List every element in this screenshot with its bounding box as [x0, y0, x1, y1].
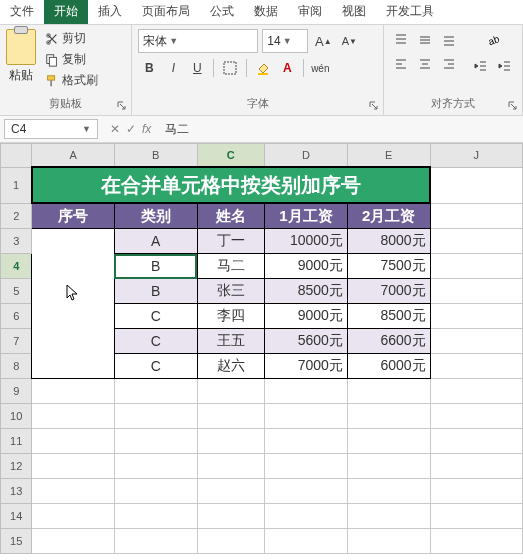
- empty-cell[interactable]: [430, 504, 522, 529]
- align-bottom-button[interactable]: [438, 29, 460, 51]
- empty-cell[interactable]: [265, 479, 348, 504]
- cancel-formula-button[interactable]: ✕: [110, 122, 120, 136]
- underline-button[interactable]: U: [186, 57, 208, 79]
- table-cell[interactable]: 8500元: [347, 304, 430, 329]
- align-right-button[interactable]: [438, 53, 460, 75]
- empty-cell[interactable]: [197, 404, 265, 429]
- empty-cell[interactable]: [197, 429, 265, 454]
- serial-merged-cell[interactable]: [32, 229, 115, 379]
- empty-cell[interactable]: [197, 479, 265, 504]
- table-cell[interactable]: 7500元: [347, 254, 430, 279]
- empty-cell[interactable]: [265, 529, 348, 554]
- empty-cell[interactable]: [347, 404, 430, 429]
- align-top-button[interactable]: [390, 29, 412, 51]
- empty-cell[interactable]: [265, 379, 348, 404]
- table-cell[interactable]: 马二: [197, 254, 265, 279]
- font-dialog-launcher[interactable]: [367, 99, 381, 113]
- row-header[interactable]: 7: [1, 329, 32, 354]
- empty-cell[interactable]: [114, 454, 197, 479]
- row-header[interactable]: 14: [1, 504, 32, 529]
- column-header[interactable]: D: [265, 144, 348, 168]
- bold-button[interactable]: B: [138, 57, 160, 79]
- table-header-cell[interactable]: 序号: [32, 203, 115, 229]
- italic-button[interactable]: I: [162, 57, 184, 79]
- empty-cell[interactable]: [265, 429, 348, 454]
- column-header[interactable]: A: [32, 144, 115, 168]
- row-header[interactable]: 6: [1, 304, 32, 329]
- empty-cell[interactable]: [114, 379, 197, 404]
- empty-cell[interactable]: [114, 404, 197, 429]
- table-cell[interactable]: 10000元: [265, 229, 348, 254]
- table-cell[interactable]: 张三: [197, 279, 265, 304]
- table-cell[interactable]: 李四: [197, 304, 265, 329]
- empty-cell[interactable]: [32, 529, 115, 554]
- tab-view[interactable]: 视图: [332, 0, 376, 24]
- table-cell[interactable]: 王五: [197, 329, 265, 354]
- empty-cell[interactable]: [430, 479, 522, 504]
- table-cell[interactable]: 5600元: [265, 329, 348, 354]
- enter-formula-button[interactable]: ✓: [126, 122, 136, 136]
- table-cell[interactable]: C: [114, 354, 197, 379]
- table-cell[interactable]: 赵六: [197, 354, 265, 379]
- empty-cell[interactable]: [114, 529, 197, 554]
- font-size-select[interactable]: 14▼: [262, 29, 308, 53]
- empty-cell[interactable]: [347, 504, 430, 529]
- row-header[interactable]: 12: [1, 454, 32, 479]
- table-header-cell[interactable]: 1月工资: [265, 203, 348, 229]
- name-box[interactable]: C4▼: [4, 119, 98, 139]
- empty-cell[interactable]: [347, 454, 430, 479]
- table-header-cell[interactable]: 姓名: [197, 203, 265, 229]
- table-cell[interactable]: A: [114, 229, 197, 254]
- empty-cell[interactable]: [197, 529, 265, 554]
- empty-cell[interactable]: [32, 504, 115, 529]
- worksheet[interactable]: ABCDEJ1在合并单元格中按类别加序号2序号类别姓名1月工资2月工资3A丁一1…: [0, 143, 523, 560]
- empty-cell[interactable]: [430, 429, 522, 454]
- tab-layout[interactable]: 页面布局: [132, 0, 200, 24]
- empty-cell[interactable]: [32, 404, 115, 429]
- tab-data[interactable]: 数据: [244, 0, 288, 24]
- empty-cell[interactable]: [32, 454, 115, 479]
- empty-cell[interactable]: [347, 529, 430, 554]
- increase-font-button[interactable]: A▲: [312, 30, 334, 52]
- column-header[interactable]: C: [197, 144, 265, 168]
- orientation-button[interactable]: ab: [470, 29, 516, 51]
- row-header[interactable]: 5: [1, 279, 32, 304]
- font-color-button[interactable]: A: [276, 57, 298, 79]
- tab-home[interactable]: 开始: [44, 0, 88, 24]
- empty-cell[interactable]: [347, 379, 430, 404]
- table-cell[interactable]: B: [114, 279, 197, 304]
- empty-cell[interactable]: [265, 504, 348, 529]
- table-cell[interactable]: 9000元: [265, 254, 348, 279]
- border-button[interactable]: [219, 57, 241, 79]
- tab-formula[interactable]: 公式: [200, 0, 244, 24]
- row-header[interactable]: 10: [1, 404, 32, 429]
- empty-cell[interactable]: [430, 454, 522, 479]
- row-header[interactable]: 4: [1, 254, 32, 279]
- table-cell[interactable]: 6600元: [347, 329, 430, 354]
- fx-button[interactable]: fx: [142, 122, 151, 136]
- empty-cell[interactable]: [32, 479, 115, 504]
- table-cell[interactable]: 7000元: [347, 279, 430, 304]
- row-header[interactable]: 1: [1, 167, 32, 203]
- align-center-button[interactable]: [414, 53, 436, 75]
- align-dialog-launcher[interactable]: [506, 99, 520, 113]
- tab-review[interactable]: 审阅: [288, 0, 332, 24]
- decrease-indent-button[interactable]: [470, 55, 492, 77]
- empty-cell[interactable]: [197, 454, 265, 479]
- decrease-font-button[interactable]: A▼: [338, 30, 360, 52]
- formula-input[interactable]: 马二: [159, 121, 523, 138]
- table-cell[interactable]: C: [114, 304, 197, 329]
- table-header-cell[interactable]: 类别: [114, 203, 197, 229]
- table-cell[interactable]: C: [114, 329, 197, 354]
- empty-cell[interactable]: [430, 404, 522, 429]
- format-painter-button[interactable]: 格式刷: [42, 71, 101, 90]
- table-cell[interactable]: 7000元: [265, 354, 348, 379]
- column-header[interactable]: E: [347, 144, 430, 168]
- row-header[interactable]: 13: [1, 479, 32, 504]
- phonetic-button[interactable]: wén: [309, 57, 331, 79]
- empty-cell[interactable]: [197, 504, 265, 529]
- empty-cell[interactable]: [265, 454, 348, 479]
- paste-button[interactable]: 粘贴: [6, 29, 36, 90]
- increase-indent-button[interactable]: [494, 55, 516, 77]
- empty-cell[interactable]: [347, 479, 430, 504]
